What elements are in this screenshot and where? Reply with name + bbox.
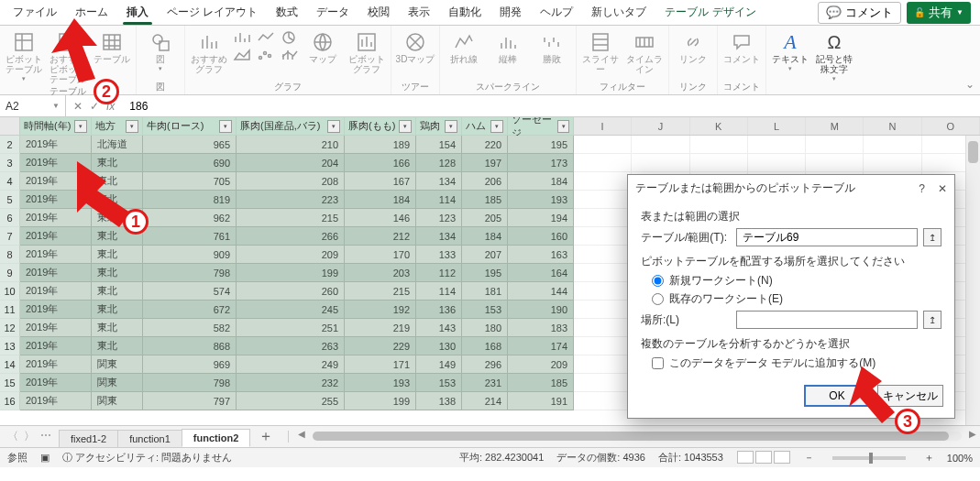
cell[interactable] [632,154,689,172]
slicer-button[interactable]: スライサー [580,27,621,74]
cell[interactable]: 220 [462,136,508,154]
cell[interactable]: 204 [237,154,345,172]
menu-tab[interactable]: ファイル [4,1,66,24]
cell[interactable] [690,136,748,154]
cell[interactable]: 190 [508,301,574,319]
menu-tab[interactable]: 新しいタブ [582,1,655,24]
pivotchart-button[interactable]: ピボットグラフ [347,27,387,74]
sparkline-column-button[interactable]: 縦棒 [488,27,528,64]
enter-formula-icon[interactable]: ✓ [90,100,99,113]
cell[interactable]: 206 [462,172,508,191]
row-header[interactable]: 13 [0,337,20,355]
row-header[interactable]: 14 [0,355,20,374]
cell[interactable] [574,355,632,374]
cell[interactable] [574,374,632,392]
sheet-tab[interactable]: function2 [182,429,251,447]
vertical-scrollbar[interactable] [965,136,980,425]
cell[interactable]: 2019年 [20,337,92,355]
sparkline-winloss-button[interactable]: 勝敗 [532,27,572,64]
cell[interactable]: 798 [143,264,237,282]
filter-dropdown-icon[interactable]: ▾ [490,120,503,133]
cell[interactable]: 215 [237,209,345,227]
cell[interactable]: 146 [345,209,416,227]
column-header[interactable]: O [922,117,980,135]
recommended-pivottable-button[interactable]: おすすめピボットテーブル [48,27,88,84]
row-header[interactable]: 15 [0,374,20,392]
cell[interactable]: 969 [143,355,237,374]
scroll-left-icon[interactable]: ◀ [298,429,305,439]
cell[interactable]: 819 [143,191,237,209]
cancel-button[interactable]: キャンセル [877,385,943,407]
cell[interactable]: 199 [237,264,345,282]
cell[interactable]: 181 [462,282,508,301]
zoom-out-button[interactable]: － [804,451,814,465]
row-header[interactable]: 9 [0,264,20,282]
cell[interactable]: 2019年 [20,264,92,282]
cell[interactable]: 2019年 [20,319,92,337]
cell[interactable]: 167 [345,172,416,191]
row-header[interactable]: 8 [0,246,20,264]
cell[interactable]: 2019年 [20,172,92,191]
zoom-slider[interactable] [832,456,906,460]
cell[interactable]: 153 [462,301,508,319]
table-column-header[interactable]: 鶏肉▾ [416,117,462,135]
location-input[interactable] [736,311,918,329]
column-header[interactable]: J [632,117,689,135]
cell[interactable]: 232 [237,374,345,392]
cell[interactable]: 189 [345,136,416,154]
range-picker-button[interactable]: ↥ [923,228,941,246]
filter-dropdown-icon[interactable]: ▾ [557,120,569,133]
combo-chart-icon[interactable] [281,49,299,64]
scrollbar-thumb[interactable] [968,141,978,163]
range-input[interactable] [736,228,918,246]
menu-tab[interactable]: 数式 [267,1,307,24]
radio-existing-worksheet[interactable]: 既存のワークシート(E) [652,291,941,307]
cell[interactable] [574,392,632,410]
table-column-header[interactable]: 時間軸(年)▾ [20,117,92,135]
sheet-tab[interactable]: fixed1-2 [59,430,118,447]
symbols-button[interactable]: Ω 記号と特殊文字 ▾ [814,27,854,82]
cell[interactable]: 207 [462,246,508,264]
cell[interactable]: 143 [416,319,462,337]
cell[interactable]: 229 [345,337,416,355]
cell[interactable]: 199 [345,392,416,410]
cell[interactable]: 154 [416,136,462,154]
table-column-header[interactable]: 地方▾ [92,117,143,135]
scroll-right-icon[interactable]: ▶ [969,429,976,439]
cell[interactable] [748,154,806,172]
cell[interactable]: 210 [237,136,345,154]
cell[interactable]: 194 [508,209,574,227]
cell[interactable]: 2019年 [20,191,92,209]
cell[interactable]: 798 [143,374,237,392]
cell[interactable]: 東北 [92,264,143,282]
sparkline-line-button[interactable]: 折れ線 [444,27,484,64]
zoom-in-button[interactable]: ＋ [924,451,934,465]
cell[interactable]: 203 [345,264,416,282]
filter-dropdown-icon[interactable]: ▾ [126,120,138,133]
cell[interactable]: 2019年 [20,301,92,319]
menu-tab[interactable]: テーブル デザイン [655,1,765,24]
cell[interactable]: 184 [345,191,416,209]
cell[interactable] [574,282,632,301]
cell[interactable]: 184 [508,172,574,191]
3dmap-button[interactable]: 3Dマップ [395,27,435,64]
scrollbar-thumb[interactable] [313,432,949,441]
cell[interactable] [690,154,748,172]
cell[interactable]: 149 [416,355,462,374]
cell[interactable]: 2019年 [20,136,92,154]
cell[interactable]: 134 [416,172,462,191]
table-column-header[interactable]: ハム▾ [462,117,508,135]
cell[interactable]: 195 [462,264,508,282]
column-chart-icon[interactable] [233,31,251,47]
illustrations-button[interactable]: 図 ▾ [140,27,181,72]
cell[interactable]: 東北 [92,227,143,246]
table-row[interactable]: 22019年北海道965210189154220195 [0,136,980,154]
ok-button[interactable]: OK [804,385,870,407]
filter-dropdown-icon[interactable]: ▾ [219,120,232,133]
cell[interactable]: 東北 [92,282,143,301]
timeline-button[interactable]: タイムライン [624,27,665,74]
cell[interactable] [748,136,806,154]
cell[interactable]: 185 [508,374,574,392]
horizontal-scrollbar[interactable]: ◀ ▶ [294,426,980,447]
menu-tab[interactable]: 開発 [490,1,531,24]
